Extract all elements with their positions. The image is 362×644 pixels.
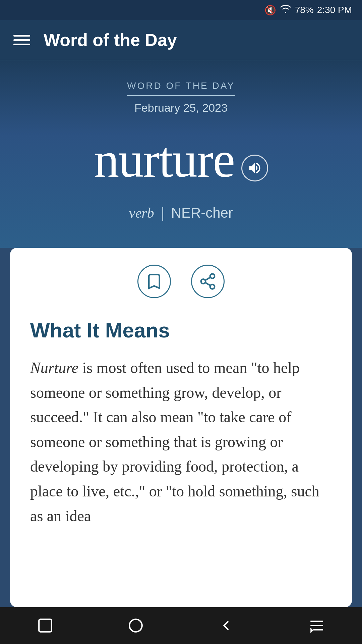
- hamburger-line-3: [13, 44, 30, 45]
- app-bar: Word of the Day: [0, 20, 362, 60]
- svg-point-0: [210, 274, 215, 279]
- menu-nav-button[interactable]: [305, 614, 328, 637]
- word-italic: Nurture: [30, 359, 78, 376]
- word-of-day-label: WORD OF THE DAY: [127, 80, 235, 96]
- time-display: 2:30 PM: [317, 5, 352, 15]
- what-it-means-heading: What It Means: [30, 318, 332, 342]
- hamburger-line-2: [13, 39, 30, 41]
- wifi-icon: [280, 4, 292, 16]
- audio-play-button[interactable]: [241, 155, 268, 181]
- bottom-nav: [0, 607, 362, 644]
- svg-line-3: [205, 282, 210, 285]
- hero-section: WORD OF THE DAY February 25, 2023 nurtur…: [0, 60, 362, 248]
- main-word: nurture: [94, 135, 234, 185]
- hamburger-menu-button[interactable]: [13, 35, 30, 45]
- battery-text: 78%: [295, 5, 314, 15]
- part-of-speech: verb: [129, 205, 154, 221]
- app-bar-title: Word of the Day: [44, 30, 177, 50]
- svg-point-1: [201, 279, 206, 284]
- word-date: February 25, 2023: [134, 101, 228, 114]
- back-nav-icon: [218, 617, 235, 634]
- home-button[interactable]: [124, 614, 147, 637]
- content-card: What It Means Nurture is most often used…: [10, 248, 352, 607]
- status-bar: 🔇 78% 2:30 PM: [0, 0, 362, 20]
- word-pronunciation: verb | NER-cher: [129, 205, 233, 221]
- word-display: nurture: [94, 135, 268, 185]
- status-icons: 🔇 78% 2:30 PM: [264, 4, 352, 16]
- svg-rect-5: [39, 619, 52, 632]
- bookmark-button[interactable]: [137, 265, 171, 298]
- volume-icon: [247, 161, 262, 175]
- share-icon: [199, 272, 217, 290]
- pronunciation: NER-cher: [171, 205, 233, 221]
- back-button[interactable]: [215, 614, 238, 637]
- svg-line-4: [205, 277, 210, 280]
- share-button[interactable]: [191, 265, 225, 298]
- circle-nav-icon: [127, 617, 144, 634]
- card-actions: [30, 265, 332, 298]
- recent-apps-button[interactable]: [34, 614, 57, 637]
- separator: |: [161, 205, 165, 221]
- mute-icon: 🔇: [264, 5, 276, 16]
- bookmark-icon: [145, 272, 163, 290]
- square-nav-icon: [37, 617, 54, 634]
- hamburger-line-1: [13, 35, 30, 37]
- definition-text: Nurture is most often used to mean "to h…: [30, 356, 332, 528]
- svg-point-6: [129, 619, 142, 632]
- menu-nav-icon: [308, 617, 325, 634]
- svg-point-2: [210, 284, 215, 289]
